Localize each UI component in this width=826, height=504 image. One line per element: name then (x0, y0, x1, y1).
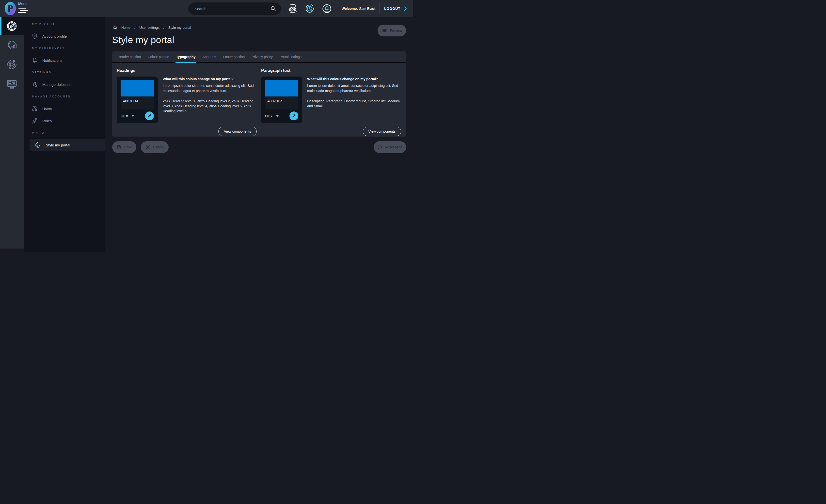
sidebar-item-style-my-portal[interactable]: Style my portal (30, 139, 105, 151)
sidebar-item-label: Manage deletions (42, 82, 71, 86)
paragraph-eyedropper-button[interactable] (289, 112, 298, 120)
sidebar-heading-my-preferences: MY PREFERNCES (32, 45, 105, 51)
tab[interactable]: Privacy policy (248, 51, 276, 62)
headings-levels-text: <h1> Heading level 1, <h2> Heading level… (163, 99, 257, 114)
tab[interactable]: Footer section (220, 51, 248, 62)
paragraph-view-components-button[interactable]: View components (363, 127, 401, 136)
tab[interactable]: Header section (114, 51, 144, 62)
rail-item-dashboard[interactable] (0, 17, 23, 35)
headings-section: Headings #0078D4 HEX (117, 67, 257, 136)
sidebar-item-label: Notifications (42, 58, 62, 63)
headings-view-components-button[interactable]: View components (218, 127, 257, 136)
welcome-user-name: Sam Black (359, 7, 375, 11)
chevron-right-icon (404, 6, 407, 11)
breadcrumb-user-settings[interactable]: User settings (139, 25, 160, 29)
preview-button[interactable]: Preview (377, 24, 406, 37)
headings-title: Headings (117, 68, 257, 73)
topbar-divider (379, 3, 379, 14)
paragraph-colour-card: #0078D4 HEX (261, 76, 302, 123)
menu-label: Menu (18, 1, 27, 6)
reset-label: Reset page (385, 145, 403, 149)
shield-user-icon (32, 33, 38, 40)
breadcrumb-separator: / (134, 25, 135, 29)
headings-colour-swatch[interactable] (121, 80, 154, 97)
page-actions: Save Cancel Reset page (112, 141, 406, 153)
paragraph-question: What will this colous change on my porta… (307, 76, 401, 81)
sidebar-item-roles[interactable]: Roles (23, 115, 105, 127)
tab-bar: Header sectionColour paletteTypographyAb… (112, 51, 406, 63)
sidebar-item-label: Roles (42, 119, 52, 123)
sidebar-item-account-profile[interactable]: Account profile (23, 30, 105, 42)
welcome-text: Welcome: Sam Black (342, 0, 375, 17)
community-icon[interactable] (287, 3, 298, 14)
compass-icon (6, 20, 17, 32)
main-content: Home / User settings / Style my portal S… (105, 17, 413, 252)
timer-icon[interactable] (304, 3, 315, 14)
welcome-label: Welcome: (342, 7, 358, 11)
role-badge-icon (32, 118, 38, 124)
eyedropper-icon (147, 114, 152, 118)
home-icon[interactable] (113, 25, 117, 30)
tab[interactable]: Colour palette (144, 51, 173, 62)
search-input[interactable] (188, 2, 281, 15)
portal-logo (4, 2, 16, 15)
breadcrumb-separator: / (164, 25, 164, 29)
paragraph-colour-swatch[interactable] (265, 80, 298, 97)
paragraph-elements-text: Description, Paragraph, Unordered list, … (307, 99, 401, 109)
typography-panel: Header sectionColour paletteTypographyAb… (112, 51, 406, 137)
reset-icon (377, 145, 382, 149)
close-icon (146, 145, 150, 149)
logout-label: LOGOUT (384, 7, 401, 11)
tab[interactable]: Portal settings (276, 51, 305, 62)
sidebar-heading-portal: PORTAL (32, 130, 105, 136)
rail-item-settings[interactable] (0, 55, 23, 74)
chevron-down-icon (276, 115, 279, 117)
cancel-label: Cancel (153, 145, 164, 149)
gear-sync-icon (6, 59, 17, 70)
hamburger-icon (18, 7, 28, 13)
reset-page-button[interactable]: Reset page (374, 141, 406, 153)
breadcrumb: Home / User settings / Style my portal (113, 25, 191, 30)
paragraph-hex-format-dropdown[interactable]: HEX (265, 114, 279, 118)
headings-hex-format-dropdown[interactable]: HEX (121, 114, 135, 118)
rail-item-portal-pages[interactable] (0, 74, 23, 94)
headings-question: What will this colous change on my porta… (163, 76, 257, 81)
paragraph-hex-value: #0078D4 (265, 97, 298, 110)
donut-chart-icon (6, 39, 17, 51)
search-icon (270, 6, 276, 12)
cancel-button[interactable]: Cancel (141, 141, 169, 153)
tab[interactable]: About us (199, 51, 219, 62)
trash-clock-icon (32, 81, 38, 87)
paragraph-description: Lorem ipsum dolor sit amet, consectetur … (307, 83, 401, 93)
tab[interactable]: Typography (173, 51, 199, 62)
headings-description-block: What will this colous change on my porta… (163, 76, 257, 123)
save-button[interactable]: Save (112, 141, 136, 153)
menu-toggle[interactable]: Menu (18, 1, 28, 13)
breadcrumb-home[interactable]: Home (121, 25, 130, 29)
breadcrumb-current: Style my portal (168, 25, 191, 29)
panel-content: Headings #0078D4 HEX (112, 63, 406, 136)
sidebar-item-label: Users (42, 107, 52, 111)
sidebar-item-label: Style my portal (46, 143, 70, 147)
logo-blob-icon (4, 2, 16, 15)
hex-format-label: HEX (265, 114, 273, 118)
sidebar-item-notifications[interactable]: Notifications (23, 54, 105, 66)
page-title: Style my portal (112, 35, 174, 45)
rail-item-analytics[interactable] (0, 35, 23, 55)
preview-label: Preview (390, 28, 402, 33)
logout-button[interactable]: LOGOUT (384, 0, 407, 17)
icon-rail (0, 17, 23, 249)
save-icon (117, 145, 121, 149)
headings-eyedropper-button[interactable] (145, 112, 154, 120)
save-label: Save (124, 145, 132, 149)
eye-icon (381, 28, 388, 33)
headings-hex-value: #0078D4 (121, 97, 154, 110)
eyedropper-icon (291, 114, 296, 118)
sidebar-item-manage-deletions[interactable]: Manage deletions (23, 78, 105, 90)
headings-description: Lorem ipsum dolor sit amet, consectetur … (163, 83, 257, 93)
bell-icon (32, 57, 38, 63)
chevron-down-icon (131, 115, 135, 117)
user-profile-icon[interactable] (321, 3, 332, 14)
sidebar-item-users[interactable]: Users (23, 103, 105, 115)
monitor-icon (6, 78, 17, 90)
